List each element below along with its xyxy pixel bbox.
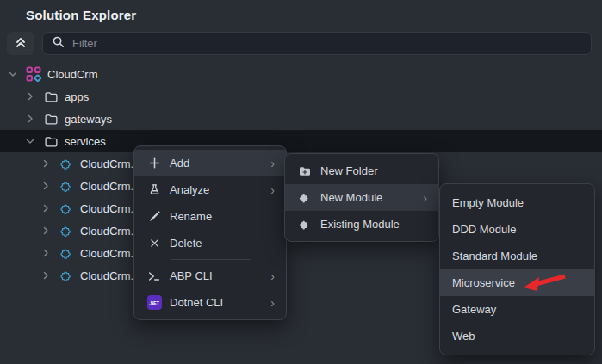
page-title: Solution Explorer xyxy=(26,8,136,22)
filter-input[interactable] xyxy=(72,37,582,50)
submenu-chevron-icon: › xyxy=(270,297,275,309)
menu-item-gateway[interactable]: Gateway xyxy=(440,296,594,323)
tree-item-label: gateways xyxy=(65,113,112,126)
module-icon xyxy=(59,245,74,261)
add-submenu: New Folder New Module › Existing Module xyxy=(284,153,439,242)
chevron-right-icon[interactable] xyxy=(23,89,37,103)
module-icon xyxy=(59,268,74,283)
module-icon xyxy=(59,178,74,194)
folder-icon xyxy=(43,133,59,149)
menu-item-analyze[interactable]: Analyze › xyxy=(134,176,286,203)
new-folder-icon xyxy=(296,164,313,178)
context-menu: Add › Analyze › Rename Delete xyxy=(133,145,287,320)
menu-item-standard-module[interactable]: Standard Module xyxy=(440,243,594,269)
chevron-right-icon[interactable] xyxy=(23,112,37,126)
tree-item-label: services xyxy=(65,135,106,148)
menu-item-new-module[interactable]: New Module › xyxy=(285,184,438,211)
terminal-icon xyxy=(146,269,163,283)
folder-icon xyxy=(43,89,59,104)
submenu-chevron-icon: › xyxy=(423,192,427,204)
submenu-chevron-icon: › xyxy=(270,157,275,170)
chevron-right-icon[interactable] xyxy=(39,268,53,282)
search-icon xyxy=(52,35,65,52)
chevron-down-icon[interactable] xyxy=(23,134,37,148)
dotnet-icon: .NET xyxy=(146,295,163,310)
tree-item-label: CloudCrm. xyxy=(80,157,133,170)
tree-item-label: CloudCrm. xyxy=(80,247,133,260)
menu-item-delete[interactable]: Delete xyxy=(134,230,286,256)
module-icon xyxy=(296,218,313,231)
menu-item-add[interactable]: Add › xyxy=(134,150,286,176)
plus-icon xyxy=(146,157,163,170)
menu-item-ddd-module[interactable]: DDD Module xyxy=(440,216,594,243)
menu-item-microservice[interactable]: Microservice xyxy=(440,269,594,296)
module-icon xyxy=(296,191,313,205)
chevrons-up-icon xyxy=(14,35,28,52)
chevron-right-icon[interactable] xyxy=(39,201,53,215)
menu-item-web[interactable]: Web xyxy=(440,323,594,349)
toolbar xyxy=(7,32,592,55)
module-icon xyxy=(59,223,74,238)
folder-icon xyxy=(43,111,59,126)
module-icon xyxy=(59,156,74,171)
menu-item-abp-cli[interactable]: ABP CLI › xyxy=(134,262,286,289)
tree-item-label: apps xyxy=(65,90,89,103)
tree-item-services[interactable]: services xyxy=(0,130,602,152)
chevron-right-icon[interactable] xyxy=(39,179,53,193)
chevron-down-icon[interactable] xyxy=(6,67,20,81)
menu-item-existing-module[interactable]: Existing Module xyxy=(285,211,438,238)
collapse-all-button[interactable] xyxy=(7,32,34,55)
chevron-right-icon[interactable] xyxy=(39,157,53,170)
tree-item-label: CloudCrm. xyxy=(80,202,133,215)
chevron-right-icon[interactable] xyxy=(39,224,53,238)
filter-box[interactable] xyxy=(42,32,592,55)
menu-item-empty-module[interactable]: Empty Module xyxy=(440,189,594,216)
close-icon xyxy=(146,238,163,249)
menu-item-new-folder[interactable]: New Folder xyxy=(285,157,438,184)
rename-icon xyxy=(146,210,163,223)
submenu-chevron-icon: › xyxy=(270,270,275,282)
panel-header: Solution Explorer xyxy=(0,0,602,26)
menu-separator xyxy=(171,259,251,260)
menu-item-dotnet-cli[interactable]: .NET Dotnet CLI › xyxy=(134,289,286,316)
module-icon xyxy=(59,201,74,216)
tree-item-gateways[interactable]: gateways xyxy=(0,108,602,130)
tree-item-label: CloudCrm. xyxy=(80,180,133,193)
tree-item-label: CloudCrm. xyxy=(80,269,133,282)
flask-icon xyxy=(146,183,163,196)
tree-item-label: CloudCrm xyxy=(47,68,98,81)
tree-item-label: CloudCrm. xyxy=(80,225,133,238)
solution-explorer-panel: Solution Explorer xyxy=(0,0,602,364)
chevron-right-icon[interactable] xyxy=(39,246,53,260)
solution-icon xyxy=(26,66,41,82)
tree-item-cloudcrm-root[interactable]: CloudCrm xyxy=(0,63,602,85)
tree-item-apps[interactable]: apps xyxy=(0,85,602,108)
new-module-submenu: Empty Module DDD Module Standard Module … xyxy=(439,183,595,355)
menu-item-rename[interactable]: Rename xyxy=(134,203,286,230)
submenu-chevron-icon: › xyxy=(270,184,275,196)
